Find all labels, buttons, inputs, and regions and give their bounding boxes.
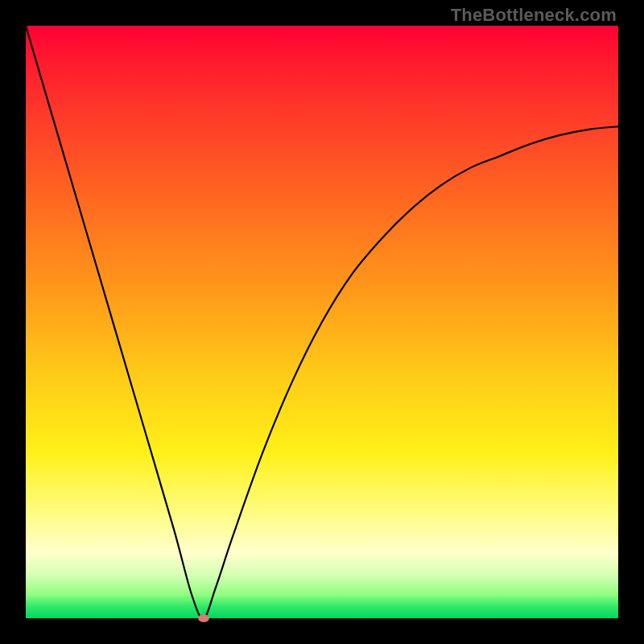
plot-area <box>26 26 618 618</box>
minimum-marker <box>198 614 209 622</box>
bottleneck-curve <box>26 26 618 618</box>
chart-frame: TheBottleneck.com <box>0 0 644 644</box>
watermark-text: TheBottleneck.com <box>451 5 617 26</box>
